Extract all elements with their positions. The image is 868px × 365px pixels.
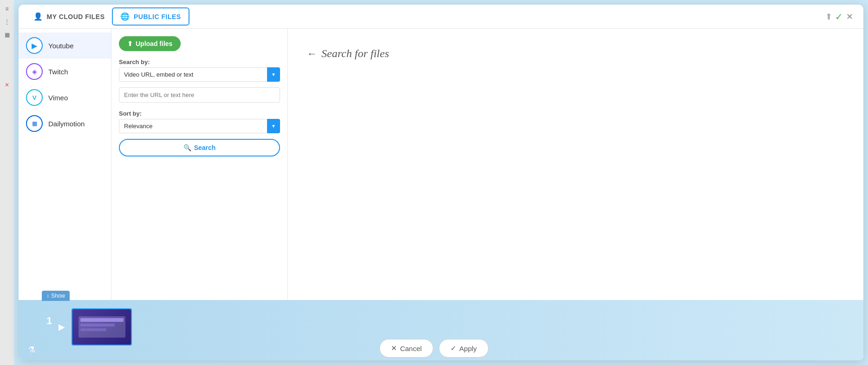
close-icon: ✕ [846,12,853,22]
sort-by-row: Sort by: Relevance ▼ [119,108,280,133]
tab-public-files[interactable]: 🌐 PUBLIC FILES [112,7,189,26]
vimeo-label: Vimeo [48,94,68,102]
vimeo-icon: V [26,89,43,106]
user-icon: 👤 [33,12,43,21]
search-by-select-wrapper: Video URL, embed or text ▼ [119,67,280,82]
cancel-button[interactable]: ✕ Cancel [379,339,433,358]
thumb-bar-3 [80,328,106,331]
youtube-label: Youtube [48,42,74,50]
search-by-label: Search by: [119,59,280,65]
sort-by-label: Sort by: [119,110,280,117]
search-by-row: Search by: Video URL, embed or text ▼ [119,57,280,82]
search-hint: ← Search for files [307,47,389,60]
cancel-btn-label: Cancel [400,345,422,352]
upload-btn-label: Upload files [136,40,172,47]
tab-my-cloud-label: MY CLOUD FILES [47,13,105,20]
modal-body: ▶ Youtube ◈ Twitch V Vimeo ▦ Dailymotion [19,29,863,300]
show-icon: ↕ [46,293,49,299]
url-input[interactable] [119,87,280,103]
minimize-icon[interactable]: ⬆ [825,12,832,22]
top-right-icons: ⬆ ✓ [825,11,843,22]
modal-header: 👤 MY CLOUD FILES 🌐 PUBLIC FILES ⬆ ✓ ✕ [19,5,863,29]
upload-files-button[interactable]: ⬆ Upload files [119,36,181,51]
sort-by-select[interactable]: Relevance [119,119,280,133]
tab-public-files-label: PUBLIC FILES [134,13,181,20]
sort-by-select-wrapper: Relevance ▼ [119,119,280,133]
panel-icon-1[interactable]: ≡ [3,4,10,14]
search-panel: ⬆ Upload files Search by: Video URL, emb… [111,29,288,300]
twitch-label: Twitch [48,68,68,76]
slide-number: 1 [46,315,52,327]
apply-icon: ✓ [450,344,457,352]
upload-icon: ⬆ [127,40,133,47]
youtube-icon: ▶ [26,37,43,54]
footer-buttons: ✕ Cancel ✓ Apply [0,332,868,365]
thumb-bar-2 [80,324,115,326]
main-area: 👤 MY CLOUD FILES 🌐 PUBLIC FILES ⬆ ✓ ✕ ▶ [14,0,868,365]
tab-my-cloud[interactable]: 👤 MY CLOUD FILES [26,8,112,25]
cancel-icon: ✕ [391,344,397,352]
panel-icon-x[interactable]: ✕ [3,80,11,90]
show-btn-label: Show [51,293,65,299]
panel-icon-2[interactable]: ⋮ [2,17,12,27]
thumb-bar-1 [80,318,124,322]
hint-arrow: ← [307,48,317,60]
modal-container: 👤 MY CLOUD FILES 🌐 PUBLIC FILES ⬆ ✓ ✕ ▶ [19,5,863,360]
source-item-dailymotion[interactable]: ▦ Dailymotion [19,111,111,137]
show-button[interactable]: ↕ Show [42,291,70,301]
twitch-icon: ◈ [26,63,43,80]
source-item-youtube[interactable]: ▶ Youtube [19,33,111,59]
source-item-twitch[interactable]: ◈ Twitch [19,59,111,85]
source-item-vimeo[interactable]: V Vimeo [19,85,111,111]
panel-icon-3[interactable]: ▦ [3,30,12,40]
search-icon: 🔍 [183,144,191,151]
apply-btn-label: Apply [459,345,477,352]
dailymotion-label: Dailymotion [48,120,85,128]
search-by-select[interactable]: Video URL, embed or text [119,67,280,82]
hint-text: Search for files [321,47,389,60]
public-icon: 🌐 [120,12,130,21]
apply-button[interactable]: ✓ Apply [439,339,489,358]
content-area: ← Search for files [288,29,863,300]
far-left-panel: ≡ ⋮ ▦ ✕ [0,0,14,365]
check-icon[interactable]: ✓ [835,11,843,22]
slide-arrow-icon: ▶ [59,322,65,332]
search-button[interactable]: 🔍 Search [119,139,280,156]
dailymotion-icon: ▦ [26,115,43,132]
close-button[interactable]: ✕ [843,10,856,23]
source-list: ▶ Youtube ◈ Twitch V Vimeo ▦ Dailymotion [19,29,111,300]
search-btn-label: Search [194,144,216,151]
